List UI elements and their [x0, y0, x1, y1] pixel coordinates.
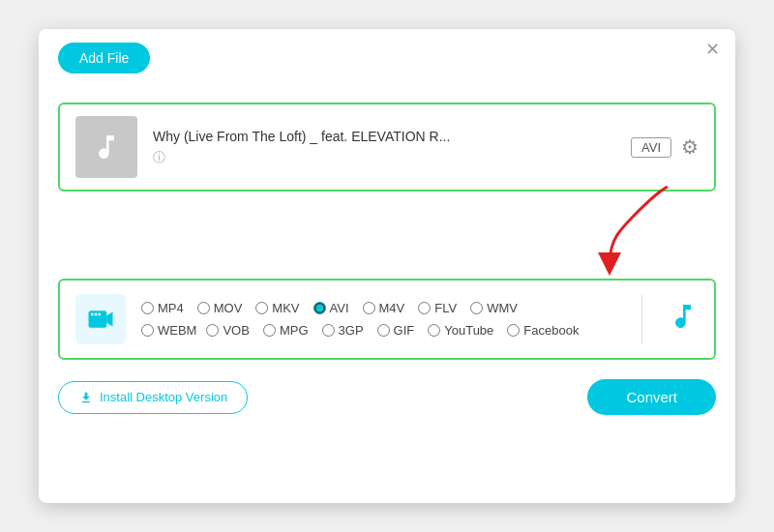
info-icon[interactable]: ⓘ — [153, 150, 165, 164]
music-thumbnail — [75, 116, 137, 178]
format-option-youtube[interactable]: YouTube — [428, 323, 493, 338]
format-option-mpg[interactable]: MPG — [263, 323, 309, 338]
file-item-box: Why (Live From The Loft) _ feat. ELEVATI… — [58, 103, 716, 192]
music-note-icon — [91, 132, 122, 163]
format-option-avi[interactable]: AVI — [313, 301, 349, 315]
arrow-indicator — [580, 182, 697, 279]
arrow-container — [58, 192, 716, 279]
svg-rect-1 — [91, 313, 94, 316]
format-option-facebook[interactable]: Facebook — [507, 323, 579, 338]
format-selection-box: MP4 MOV MKV AVI M4V FLV WM — [58, 279, 716, 360]
format-option-3gp[interactable]: 3GP — [322, 323, 364, 338]
add-file-button[interactable]: Add File — [58, 43, 150, 74]
file-actions: AVI ⚙ — [631, 135, 699, 159]
svg-rect-2 — [95, 313, 98, 316]
format-option-mkv[interactable]: MKV — [255, 301, 299, 315]
format-badge: AVI — [631, 137, 671, 158]
video-icon-box — [75, 294, 126, 344]
footer: Install Desktop Version Convert — [58, 379, 716, 415]
format-grid: MP4 MOV MKV AVI M4V FLV WM — [141, 301, 620, 338]
format-row-1: MP4 MOV MKV AVI M4V FLV WM — [141, 301, 620, 315]
download-icon — [78, 390, 94, 405]
format-option-m4v[interactable]: M4V — [363, 301, 405, 315]
install-label: Install Desktop Version — [100, 390, 227, 404]
convert-button[interactable]: Convert — [587, 379, 716, 415]
close-button[interactable]: ✕ — [705, 41, 720, 58]
format-row-2: WEBM VOB MPG 3GP GIF YouTube — [141, 323, 620, 338]
format-option-mov[interactable]: MOV — [197, 301, 243, 315]
audio-format-icon[interactable] — [668, 301, 699, 339]
svg-rect-3 — [99, 313, 102, 316]
format-option-wmv[interactable]: WMV — [470, 301, 518, 315]
main-dialog: ✕ Add File Why (Live From The Loft) _ fe… — [39, 29, 735, 503]
format-option-mp4[interactable]: MP4 — [141, 301, 184, 315]
file-info: Why (Live From The Loft) _ feat. ELEVATI… — [153, 129, 631, 166]
install-desktop-button[interactable]: Install Desktop Version — [58, 381, 248, 414]
format-option-gif[interactable]: GIF — [377, 323, 415, 338]
video-format-icon — [86, 305, 115, 334]
settings-gear-button[interactable]: ⚙ — [681, 135, 699, 159]
format-option-webm[interactable]: WEBM — [141, 323, 196, 338]
format-divider — [641, 295, 642, 343]
file-title: Why (Live From The Loft) _ feat. ELEVATI… — [153, 129, 631, 144]
format-option-flv[interactable]: FLV — [418, 301, 457, 315]
format-option-vob[interactable]: VOB — [206, 323, 249, 338]
